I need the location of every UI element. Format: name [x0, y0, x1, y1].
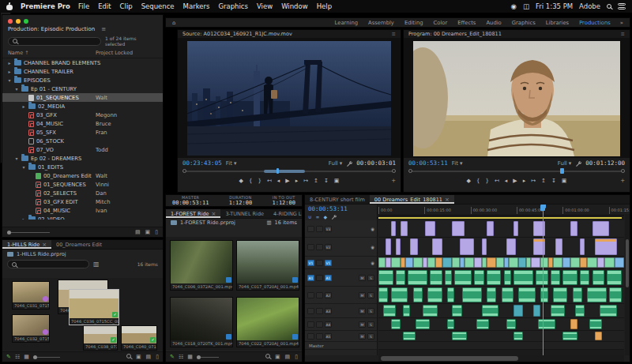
timeline-clip[interactable]: [416, 319, 431, 329]
timeline-ruler[interactable]: 00:0000:00:15:0000:00:30:0000:00:45:0000…: [378, 205, 624, 216]
timeline-settings-wrench-icon[interactable]: [331, 214, 337, 220]
workspace-overflow-icon[interactable]: »: [620, 20, 623, 26]
track-lock-toggle[interactable]: [316, 292, 323, 298]
solo-toggle[interactable]: S: [367, 333, 374, 340]
timeline-clip[interactable]: [595, 332, 602, 340]
project-tree-row[interactable]: 02_SELECTSDan: [2, 189, 163, 197]
clip-thumbnail[interactable]: 7046_C006_0372AC_001.mp4: [170, 240, 233, 291]
expand-arrow-icon[interactable]: ▾: [14, 156, 19, 161]
project-tree-row[interactable]: ▾EPISODES: [2, 76, 163, 84]
new-item-icon[interactable]: ▤: [146, 354, 152, 360]
find-icon[interactable]: [126, 354, 131, 358]
timeline-clip[interactable]: [496, 257, 503, 268]
go-to-out-button[interactable]: ↦: [531, 178, 536, 184]
program-resolution-select[interactable]: Full▾: [558, 160, 572, 167]
expand-arrow-icon[interactable]: ▸: [7, 60, 12, 66]
track-target-box[interactable]: V2: [325, 244, 332, 250]
button-editor-plus[interactable]: +: [391, 178, 396, 184]
track-target-box[interactable]: A2: [325, 292, 332, 298]
timeline-clip[interactable]: [538, 319, 555, 329]
timeline-clip[interactable]: [435, 257, 442, 268]
track-lock-toggle[interactable]: [316, 333, 323, 340]
panel-menu-icon[interactable]: ≡: [101, 26, 106, 32]
track-output-eye-icon[interactable]: ◉: [371, 227, 374, 231]
project-tree-row[interactable]: ▸02_VIDEO: [2, 215, 163, 220]
clip-thumbnail[interactable]: 7046_C031_0715AB_001.mp4: [12, 281, 50, 310]
timeline-clip[interactable]: [555, 238, 562, 255]
timeline-clip[interactable]: [432, 238, 442, 255]
source-patch-box[interactable]: [307, 226, 314, 232]
source-scrubber[interactable]: [182, 168, 396, 174]
timeline-clip[interactable]: [597, 257, 604, 268]
timeline-clip[interactable]: [442, 257, 452, 268]
timeline-clip[interactable]: [514, 221, 518, 236]
timeline-clip[interactable]: [504, 257, 509, 268]
adobe-menu[interactable]: Adobe: [579, 2, 600, 10]
workspace-tab-libraries[interactable]: Libraries: [546, 20, 569, 26]
step-back-button[interactable]: ◂: [277, 178, 280, 184]
timeline-clip[interactable]: [514, 270, 533, 285]
timeline-clip[interactable]: [474, 270, 483, 285]
mark-in-button[interactable]: {: [249, 178, 252, 184]
play-button[interactable]: ▶: [285, 178, 289, 184]
timeline-clip[interactable]: [386, 238, 390, 255]
project-tree-row[interactable]: ▸02_MEDIA: [2, 102, 163, 111]
timeline-clip[interactable]: [403, 332, 416, 340]
menu-item-edit[interactable]: Edit: [98, 2, 111, 10]
timeline-clip[interactable]: [487, 287, 496, 302]
timeline-horizontal-scrollbar[interactable]: [378, 355, 624, 362]
timeline-clip[interactable]: [506, 238, 516, 255]
timeline-clip[interactable]: [423, 305, 438, 317]
project-search-input[interactable]: [8, 37, 101, 46]
timeline-clip[interactable]: [445, 270, 452, 285]
timeline-clip[interactable]: [403, 305, 410, 317]
mark-out-button[interactable]: }: [485, 178, 488, 184]
menu-item-graphics[interactable]: Graphics: [218, 2, 248, 10]
project-tree-row[interactable]: 04_MUSICBruce: [2, 119, 163, 128]
new-bin-icon[interactable]: ▣: [275, 354, 280, 360]
status-icon-b[interactable]: ◫: [523, 2, 529, 10]
thumbnail-zoom-slider[interactable]: [33, 357, 60, 358]
track-lock-toggle[interactable]: [316, 321, 323, 328]
source-settings-wrench-icon[interactable]: [346, 160, 352, 167]
menu-item-file[interactable]: File: [78, 2, 89, 10]
go-to-in-button[interactable]: ↤: [495, 178, 499, 184]
source-patch-box[interactable]: V1: [307, 260, 314, 266]
edit-icon[interactable]: ✎: [6, 354, 11, 360]
project-tree-row[interactable]: 05_SFXFran: [2, 128, 163, 137]
timeline-clip[interactable]: [580, 238, 585, 255]
project-tree-row[interactable]: ▾Ep 01 - CENTURY: [2, 84, 163, 93]
solo-toggle[interactable]: S: [367, 321, 374, 328]
sequence-tab[interactable]: 00 Dreamers_Edit_180811×: [370, 195, 454, 204]
timeline-clip[interactable]: [562, 257, 570, 268]
timeline-clip[interactable]: [427, 257, 434, 268]
timeline-clip[interactable]: [396, 238, 401, 255]
source-patch-box[interactable]: A1: [307, 275, 314, 281]
timeline-playhead[interactable]: [543, 205, 544, 355]
timeline-clip[interactable]: [562, 332, 577, 340]
timeline-clip[interactable]: [531, 257, 540, 268]
close-tab-icon[interactable]: ×: [212, 211, 216, 217]
timeline-clip[interactable]: [378, 257, 386, 268]
source-patch-box[interactable]: [307, 333, 314, 340]
track-header-a4[interactable]: A4MS: [305, 318, 377, 331]
track-lock-toggle[interactable]: [316, 244, 323, 250]
timeline-clip[interactable]: [487, 221, 494, 236]
solo-toggle[interactable]: S: [367, 308, 374, 314]
timeline-clip[interactable]: [413, 287, 423, 302]
step-forward-button[interactable]: ▸: [523, 178, 526, 184]
timeline-clip[interactable]: [575, 305, 585, 317]
source-patch-box[interactable]: [307, 308, 314, 314]
clip-thumbnail[interactable]: 7046_C032_0715AB_001.mp4: [12, 314, 50, 343]
clip-thumbnail[interactable]: 7046_C022_0720AJ_001.mp4: [236, 297, 299, 347]
menu-item-clip[interactable]: Clip: [120, 2, 133, 10]
timeline-clip[interactable]: [408, 270, 427, 285]
filter-bin-content-icon[interactable]: ▥: [93, 261, 100, 268]
workspace-tab-audio[interactable]: Audio: [486, 20, 501, 26]
forest-bin-breadcrumb[interactable]: 1-FOREST Ride.prproj: [180, 220, 235, 226]
edit-icon[interactable]: ✎: [170, 354, 175, 360]
button-editor-plus[interactable]: +: [620, 178, 625, 184]
timeline-clip[interactable]: [589, 319, 602, 329]
program-playhead[interactable]: [560, 168, 564, 174]
track-target-box[interactable]: V3: [325, 226, 332, 232]
